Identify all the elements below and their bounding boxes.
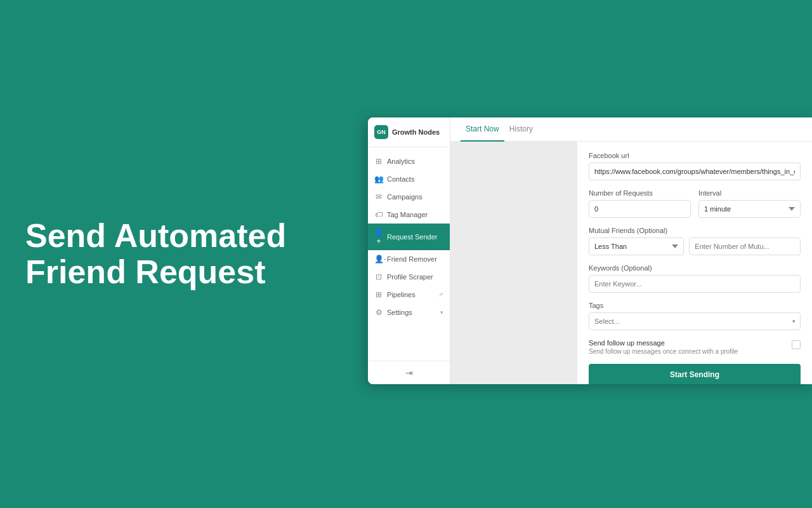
sidebar-nav: ⊞ Analytics 👥 Contacts ✉ Campaigns 🏷 Tag… (368, 147, 450, 361)
grid-icon: ⊞ (374, 157, 383, 166)
sidebar-item-contacts[interactable]: 👥 Contacts (368, 170, 450, 188)
tags-select-wrapper: ▾ (589, 312, 801, 330)
gear-icon: ⚙ (374, 308, 383, 317)
follow-up-checkbox[interactable] (792, 340, 801, 349)
pipelines-icon: ⊞ (374, 290, 383, 299)
sidebar-item-analytics[interactable]: ⊞ Analytics (368, 152, 450, 170)
interval-label: Interval (698, 189, 801, 197)
external-link-icon: ↗ (438, 291, 443, 298)
main-content: Start Now History Facebook url Number of… (450, 117, 812, 384)
sidebar-item-label: Friend Remover (387, 255, 437, 263)
start-sending-button[interactable]: Start Sending (589, 364, 801, 384)
app-window: GN Growth Nodes ⊞ Analytics 👥 Contacts ✉… (368, 117, 812, 384)
requests-interval-row: Number of Requests Interval 1 minute 2 m… (589, 189, 801, 227)
sidebar-header: GN Growth Nodes (368, 117, 450, 147)
sidebar: GN Growth Nodes ⊞ Analytics 👥 Contacts ✉… (368, 117, 450, 384)
app-title: Growth Nodes (392, 128, 440, 136)
mail-icon: ✉ (374, 192, 383, 201)
sidebar-footer: ⇥ (368, 361, 450, 384)
sidebar-item-pipelines[interactable]: ⊞ Pipelines ↗ (368, 286, 450, 304)
logo-badge: GN (374, 125, 388, 139)
hero-heading: Send Automated Friend Request (25, 218, 330, 290)
sidebar-item-profile-scraper[interactable]: ⊡ Profile Scraper (368, 268, 450, 286)
sidebar-item-label: Pipelines (387, 291, 416, 298)
sidebar-item-settings[interactable]: ⚙ Settings ▾ (368, 304, 450, 321)
tag-icon: 🏷 (374, 210, 383, 219)
follow-up-text: Send follow up message Send follow up me… (589, 339, 785, 355)
keywords-input[interactable] (589, 275, 801, 293)
sidebar-item-label: Settings (387, 309, 412, 316)
mutual-friends-operator-select[interactable]: Less Than Greater Than Equal To (589, 237, 684, 255)
sidebar-item-label: Request Sender (387, 233, 438, 241)
tags-chevron-icon: ▾ (792, 318, 796, 324)
tags-group: Tags ▾ (589, 302, 801, 330)
sidebar-item-label: Campaigns (387, 193, 422, 201)
chevron-down-icon: ▾ (440, 309, 443, 316)
left-panel (450, 142, 577, 384)
follow-up-title: Send follow up message (589, 339, 785, 347)
mutual-friends-group: Mutual Friends (Optional) Less Than Grea… (589, 227, 801, 255)
content-area: Facebook url Number of Requests Interval… (450, 142, 812, 384)
scraper-icon: ⊡ (374, 272, 383, 281)
mutual-friends-row: Less Than Greater Than Equal To (589, 237, 801, 255)
requests-label: Number of Requests (589, 189, 691, 197)
interval-group: Interval 1 minute 2 minutes 5 minutes 10… (698, 189, 801, 218)
mutual-friends-label: Mutual Friends (Optional) (589, 227, 801, 234)
tabs-bar: Start Now History (450, 117, 812, 142)
mutual-friends-number-input[interactable] (689, 237, 801, 255)
tab-start-now[interactable]: Start Now (461, 117, 504, 142)
sidebar-item-tag-manager[interactable]: 🏷 Tag Manager (368, 206, 450, 224)
sidebar-item-label: Tag Manager (387, 211, 428, 218)
interval-select[interactable]: 1 minute 2 minutes 5 minutes 10 minutes (698, 200, 801, 218)
user-minus-icon: 👤- (374, 255, 383, 264)
logout-icon[interactable]: ⇥ (405, 368, 413, 378)
requests-input[interactable] (589, 200, 691, 218)
people-icon: 👥 (374, 175, 383, 184)
sidebar-item-friend-remover[interactable]: 👤- Friend Remover (368, 250, 450, 268)
sidebar-item-label: Profile Scraper (387, 273, 433, 281)
facebook-url-input[interactable] (589, 163, 801, 180)
facebook-url-group: Facebook url (589, 152, 801, 180)
form-panel: Facebook url Number of Requests Interval… (577, 142, 812, 384)
sidebar-item-label: Contacts (387, 175, 414, 183)
follow-up-row: Send follow up message Send follow up me… (589, 339, 801, 355)
user-plus-icon: 👤+ (374, 228, 383, 246)
sidebar-item-request-sender[interactable]: 👤+ Request Sender (368, 224, 450, 250)
sidebar-item-label: Analytics (387, 157, 415, 165)
tags-label: Tags (589, 302, 801, 309)
keywords-group: Keywords (Optional) (589, 264, 801, 293)
follow-up-subtitle: Send follow up messages once connect wit… (589, 348, 785, 355)
tags-input[interactable] (589, 312, 801, 330)
facebook-url-label: Facebook url (589, 152, 801, 159)
tab-history[interactable]: History (504, 117, 538, 142)
keywords-label: Keywords (Optional) (589, 264, 801, 272)
sidebar-item-campaigns[interactable]: ✉ Campaigns (368, 188, 450, 206)
number-of-requests-group: Number of Requests (589, 189, 691, 218)
